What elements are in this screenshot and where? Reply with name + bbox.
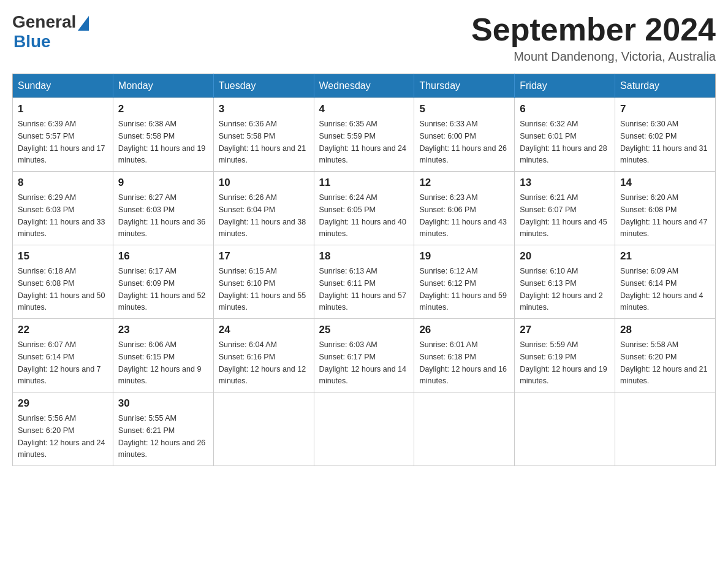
day-info: Sunrise: 6:27 AMSunset: 6:03 PMDaylight:… xyxy=(118,193,205,238)
day-info: Sunrise: 6:33 AMSunset: 6:00 PMDaylight:… xyxy=(419,120,506,164)
header-thursday: Thursday xyxy=(414,74,515,98)
calendar-cell: 14 Sunrise: 6:20 AMSunset: 6:08 PMDaylig… xyxy=(615,172,716,245)
calendar-cell: 10 Sunrise: 6:26 AMSunset: 6:04 PMDaylig… xyxy=(213,172,314,245)
calendar-cell: 27 Sunrise: 5:59 AMSunset: 6:19 PMDaylig… xyxy=(515,319,615,393)
calendar-cell: 8 Sunrise: 6:29 AMSunset: 6:03 PMDayligh… xyxy=(13,172,113,245)
calendar-cell xyxy=(515,393,615,466)
calendar-cell: 12 Sunrise: 6:23 AMSunset: 6:06 PMDaylig… xyxy=(414,172,515,245)
day-number: 21 xyxy=(620,250,710,262)
calendar-cell: 25 Sunrise: 6:03 AMSunset: 6:17 PMDaylig… xyxy=(314,319,414,393)
week-row-3: 15 Sunrise: 6:18 AMSunset: 6:08 PMDaylig… xyxy=(13,245,716,319)
day-info: Sunrise: 6:20 AMSunset: 6:08 PMDaylight:… xyxy=(620,193,707,238)
day-number: 9 xyxy=(118,177,208,189)
calendar-cell: 24 Sunrise: 6:04 AMSunset: 6:16 PMDaylig… xyxy=(213,319,314,393)
logo-wrapper: General xyxy=(12,12,90,32)
month-title: September 2024 xyxy=(471,12,716,47)
day-info: Sunrise: 6:15 AMSunset: 6:10 PMDaylight:… xyxy=(219,267,306,312)
logo-area: General Blue xyxy=(12,12,90,52)
calendar-cell: 26 Sunrise: 6:01 AMSunset: 6:18 PMDaylig… xyxy=(414,319,515,393)
calendar-cell: 9 Sunrise: 6:27 AMSunset: 6:03 PMDayligh… xyxy=(113,172,213,245)
day-number: 11 xyxy=(319,177,409,189)
day-info: Sunrise: 5:56 AMSunset: 6:20 PMDaylight:… xyxy=(18,414,105,459)
header-saturday: Saturday xyxy=(615,74,716,98)
day-number: 29 xyxy=(18,397,108,410)
calendar-cell: 19 Sunrise: 6:12 AMSunset: 6:12 PMDaylig… xyxy=(414,245,515,319)
day-number: 24 xyxy=(219,324,309,336)
day-number: 27 xyxy=(520,324,610,336)
calendar-cell: 21 Sunrise: 6:09 AMSunset: 6:14 PMDaylig… xyxy=(615,245,716,319)
header-monday: Monday xyxy=(113,74,213,98)
day-info: Sunrise: 6:24 AMSunset: 6:05 PMDaylight:… xyxy=(319,193,406,238)
week-row-5: 29 Sunrise: 5:56 AMSunset: 6:20 PMDaylig… xyxy=(13,393,716,466)
calendar-cell: 2 Sunrise: 6:38 AMSunset: 5:58 PMDayligh… xyxy=(113,98,213,172)
day-info: Sunrise: 6:32 AMSunset: 6:01 PMDaylight:… xyxy=(520,120,607,164)
calendar-cell: 22 Sunrise: 6:07 AMSunset: 6:14 PMDaylig… xyxy=(13,319,113,393)
day-info: Sunrise: 6:01 AMSunset: 6:18 PMDaylight:… xyxy=(419,340,506,385)
calendar-cell: 11 Sunrise: 6:24 AMSunset: 6:05 PMDaylig… xyxy=(314,172,414,245)
calendar-cell: 5 Sunrise: 6:33 AMSunset: 6:00 PMDayligh… xyxy=(414,98,515,172)
day-number: 4 xyxy=(319,103,409,115)
day-number: 25 xyxy=(319,324,409,336)
calendar-cell: 28 Sunrise: 5:58 AMSunset: 6:20 PMDaylig… xyxy=(615,319,716,393)
calendar-cell: 1 Sunrise: 6:39 AMSunset: 5:57 PMDayligh… xyxy=(13,98,113,172)
day-number: 3 xyxy=(219,103,309,115)
day-number: 7 xyxy=(620,103,710,115)
day-number: 26 xyxy=(419,324,509,336)
calendar-cell xyxy=(314,393,414,466)
day-info: Sunrise: 6:06 AMSunset: 6:15 PMDaylight:… xyxy=(118,340,202,385)
day-number: 23 xyxy=(118,324,208,336)
day-info: Sunrise: 6:09 AMSunset: 6:14 PMDaylight:… xyxy=(620,267,703,312)
page-container: General Blue September 2024 Mount Danden… xyxy=(12,12,716,466)
day-info: Sunrise: 6:03 AMSunset: 6:17 PMDaylight:… xyxy=(319,340,406,385)
day-number: 28 xyxy=(620,324,710,336)
day-number: 13 xyxy=(520,177,610,189)
day-info: Sunrise: 6:35 AMSunset: 5:59 PMDaylight:… xyxy=(319,120,406,164)
day-info: Sunrise: 6:04 AMSunset: 6:16 PMDaylight:… xyxy=(219,340,306,385)
day-info: Sunrise: 6:38 AMSunset: 5:58 PMDaylight:… xyxy=(118,120,205,164)
header-friday: Friday xyxy=(515,74,615,98)
day-number: 5 xyxy=(419,103,509,115)
day-info: Sunrise: 5:58 AMSunset: 6:20 PMDaylight:… xyxy=(620,340,707,385)
day-number: 22 xyxy=(18,324,108,336)
day-info: Sunrise: 5:55 AMSunset: 6:21 PMDaylight:… xyxy=(118,414,205,459)
day-info: Sunrise: 6:12 AMSunset: 6:12 PMDaylight:… xyxy=(419,267,506,312)
calendar-cell: 29 Sunrise: 5:56 AMSunset: 6:20 PMDaylig… xyxy=(13,393,113,466)
week-row-2: 8 Sunrise: 6:29 AMSunset: 6:03 PMDayligh… xyxy=(13,172,716,245)
calendar-cell: 18 Sunrise: 6:13 AMSunset: 6:11 PMDaylig… xyxy=(314,245,414,319)
day-number: 14 xyxy=(620,177,710,189)
day-info: Sunrise: 6:36 AMSunset: 5:58 PMDaylight:… xyxy=(219,120,306,164)
calendar-cell: 15 Sunrise: 6:18 AMSunset: 6:08 PMDaylig… xyxy=(13,245,113,319)
calendar-cell xyxy=(213,393,314,466)
day-info: Sunrise: 6:18 AMSunset: 6:08 PMDaylight:… xyxy=(18,267,105,312)
calendar-table: Sunday Monday Tuesday Wednesday Thursday… xyxy=(12,74,716,466)
logo-blue: Blue xyxy=(13,32,51,51)
logo-text: General xyxy=(12,12,90,32)
week-row-4: 22 Sunrise: 6:07 AMSunset: 6:14 PMDaylig… xyxy=(13,319,716,393)
calendar-cell: 3 Sunrise: 6:36 AMSunset: 5:58 PMDayligh… xyxy=(213,98,314,172)
day-number: 30 xyxy=(118,397,208,410)
header: General Blue September 2024 Mount Danden… xyxy=(12,12,716,64)
header-sunday: Sunday xyxy=(13,74,113,98)
day-info: Sunrise: 6:30 AMSunset: 6:02 PMDaylight:… xyxy=(620,120,707,164)
day-number: 15 xyxy=(18,250,108,262)
day-info: Sunrise: 6:10 AMSunset: 6:13 PMDaylight:… xyxy=(520,267,603,312)
day-info: Sunrise: 6:26 AMSunset: 6:04 PMDaylight:… xyxy=(219,193,306,238)
day-number: 8 xyxy=(18,177,108,189)
calendar-cell: 23 Sunrise: 6:06 AMSunset: 6:15 PMDaylig… xyxy=(113,319,213,393)
svg-marker-0 xyxy=(78,16,89,31)
logo-triangle-icon xyxy=(76,12,90,32)
header-wednesday: Wednesday xyxy=(314,74,414,98)
header-tuesday: Tuesday xyxy=(213,74,314,98)
day-number: 6 xyxy=(520,103,610,115)
calendar-cell: 4 Sunrise: 6:35 AMSunset: 5:59 PMDayligh… xyxy=(314,98,414,172)
weekday-header-row: Sunday Monday Tuesday Wednesday Thursday… xyxy=(13,74,716,98)
day-number: 16 xyxy=(118,250,208,262)
day-info: Sunrise: 6:17 AMSunset: 6:09 PMDaylight:… xyxy=(118,267,205,312)
day-info: Sunrise: 6:13 AMSunset: 6:11 PMDaylight:… xyxy=(319,267,406,312)
day-number: 10 xyxy=(219,177,309,189)
day-number: 19 xyxy=(419,250,509,262)
calendar-cell: 13 Sunrise: 6:21 AMSunset: 6:07 PMDaylig… xyxy=(515,172,615,245)
day-number: 18 xyxy=(319,250,409,262)
day-info: Sunrise: 6:07 AMSunset: 6:14 PMDaylight:… xyxy=(18,340,101,385)
day-info: Sunrise: 6:23 AMSunset: 6:06 PMDaylight:… xyxy=(419,193,506,238)
